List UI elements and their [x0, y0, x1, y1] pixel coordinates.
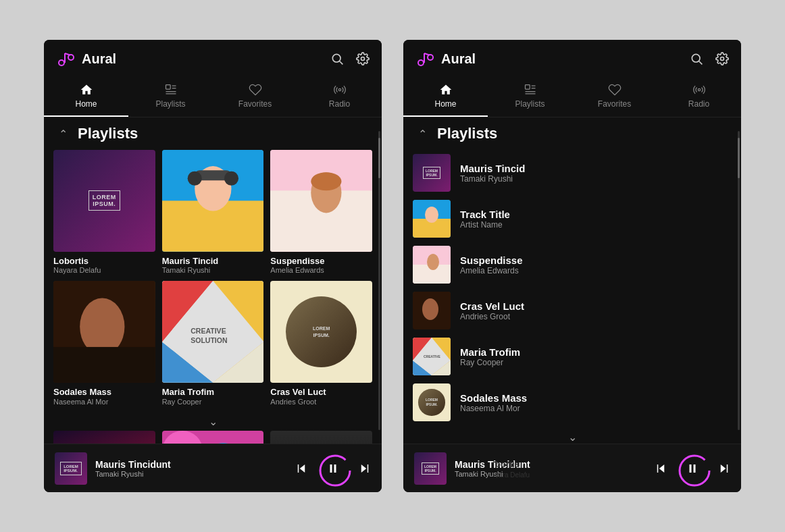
next-button-right[interactable] — [718, 462, 730, 475]
app-logo-right — [415, 49, 434, 68]
next-button[interactable] — [359, 462, 371, 475]
header: Aural — [44, 40, 382, 78]
tab-favorites-label-right: Favorites — [598, 99, 631, 109]
tab-playlists-right[interactable]: Playlists — [488, 78, 572, 117]
list-title-sodales: Sodales Mass — [460, 392, 732, 404]
search-button-right[interactable] — [690, 52, 703, 65]
list-item-sodales-right[interactable]: LOREMIPSUM. Sodales Mass Naseema Al Mor — [403, 379, 741, 425]
list-title-maria: Maria Trofim — [460, 346, 732, 358]
grid-item-suspendisse[interactable]: Suspendisse Amelia Edwards — [270, 150, 372, 274]
section-header: ⌃ Playlists — [53, 124, 372, 143]
list-section-title: Playlists — [437, 125, 497, 142]
tab-radio-label: Radio — [329, 99, 350, 109]
thumb-maria: CREATIVE SOLUTION — [162, 281, 264, 383]
collapse-button[interactable]: ⌃ — [53, 124, 72, 143]
list-item-maria-right[interactable]: CREATIVE Maria Trofim Ray Cooper — [403, 334, 741, 379]
grid-item-dark-portrait[interactable] — [270, 431, 372, 444]
player-bar: LOREMIPSUM. Mauris Tincidunt Tamaki Ryus… — [44, 444, 382, 492]
content-grid: ⌃ Playlists LOREMIPSUM. Lobortis Nayara … — [44, 117, 382, 444]
tab-radio[interactable]: Radio — [297, 78, 382, 117]
tab-home-label-right: Home — [434, 99, 456, 109]
grid-title-mauris: Mauris Tincid — [162, 256, 264, 267]
play-pause-button-right[interactable] — [678, 454, 707, 483]
tab-home[interactable]: Home — [44, 78, 128, 117]
nav-tabs-right: Home Playlists Favorites Radio — [403, 78, 741, 117]
svg-rect-56 — [525, 85, 530, 90]
app-title: Aural — [82, 51, 330, 67]
svg-point-64 — [425, 207, 438, 223]
grid-item-cras[interactable]: LOREMIPSUM. Cras Vel Luct Andries Groot — [270, 281, 372, 405]
svg-point-26 — [80, 298, 124, 355]
list-item-cras-right[interactable]: Cras Vel Luct Andries Groot — [403, 288, 741, 334]
partial-grid: MAGNA — [53, 431, 372, 444]
grid-artist-maria: Ray Cooper — [162, 398, 264, 406]
svg-rect-41 — [298, 464, 299, 473]
player-thumbnail: LOREMIPSUM. — [55, 452, 87, 485]
svg-marker-81 — [721, 464, 726, 473]
tab-playlists[interactable]: Playlists — [128, 78, 213, 117]
header-icons — [330, 52, 370, 65]
grid-item-colorful[interactable] — [162, 431, 264, 444]
list-title-suspendisse: Suspendisse — [460, 255, 732, 266]
player-artist-right: Tamaki Ryushi — [455, 470, 655, 478]
grid-title-sodales: Sodales Mass — [53, 387, 155, 398]
grid-title-lobortis: Lobortis — [53, 256, 155, 267]
tab-home-right[interactable]: Home — [403, 78, 488, 117]
svg-point-78 — [680, 456, 709, 485]
svg-point-8 — [361, 57, 365, 61]
nav-tabs: Home Playlists Favorites Radio — [44, 78, 382, 117]
list-thumb-maria: CREATIVE — [413, 338, 451, 375]
search-button[interactable] — [330, 52, 344, 65]
list-info-maria: Maria Trofim Ray Cooper — [460, 346, 732, 367]
list-artist-mauris: Tamaki Ryushi — [460, 174, 732, 184]
tab-radio-label-right: Radio — [688, 99, 709, 109]
thumb-magna: MAGNA — [53, 431, 155, 444]
tab-radio-right[interactable]: Radio — [657, 78, 741, 117]
svg-marker-76 — [659, 464, 665, 473]
settings-button[interactable] — [356, 52, 370, 65]
svg-rect-27 — [53, 347, 155, 383]
grid-item-mauris[interactable]: Mauris Tincid Tamaki Ryushi — [162, 150, 264, 274]
show-more-button-right[interactable]: ⌄ — [403, 428, 741, 444]
thumb-colorful — [162, 431, 264, 444]
thumb-lobortis: LOREMIPSUM. — [53, 150, 155, 252]
grid-item-sodales[interactable]: Sodales Mass Naseema Al Mor — [53, 281, 155, 405]
player-thumbnail-right: LOREMIPSUM. — [414, 452, 447, 485]
list-item-track[interactable]: Track Title Artist Name — [403, 196, 741, 242]
settings-button-right[interactable] — [715, 52, 729, 65]
list-item-mauris[interactable]: LOREMIPSUM. Mauris Tincid Tamaki Ryushi — [403, 150, 741, 196]
scrollbar[interactable] — [378, 131, 380, 430]
grid-title-suspendisse: Suspendisse — [270, 256, 372, 267]
tab-favorites-right[interactable]: Favorites — [572, 78, 657, 117]
svg-point-14 — [338, 88, 340, 90]
show-more-button[interactable]: ⌄ — [53, 413, 372, 431]
grid-item-lobortis[interactable]: LOREMIPSUM. Lobortis Nayara Delafu — [53, 150, 155, 274]
collapse-button-right[interactable]: ⌃ — [413, 124, 432, 143]
grid-scroll[interactable]: ⌃ Playlists LOREMIPSUM. Lobortis Nayara … — [44, 117, 382, 444]
grid-title-maria: Maria Trofim — [162, 387, 264, 398]
list-artist-maria: Ray Cooper — [460, 358, 732, 367]
svg-rect-24 — [311, 172, 342, 190]
grid-artist-cras: Andries Groot — [270, 398, 372, 406]
grid-item-magna[interactable]: MAGNA — [53, 431, 155, 444]
grid-title-cras: Cras Vel Luct — [270, 387, 372, 398]
thumb-cras: LOREMIPSUM. — [270, 281, 372, 383]
thumb-sodales — [53, 281, 155, 383]
list-title-cras: Cras Vel Luct — [460, 300, 732, 312]
header-icons-right — [690, 52, 729, 65]
prev-button[interactable] — [295, 462, 307, 475]
scrollbar-right[interactable] — [738, 131, 740, 430]
list-item-suspendisse-right[interactable]: Suspendisse Amelia Edwards — [403, 242, 741, 288]
list-scroll[interactable]: ⌃ Playlists LOREMIPSUM. Mauris Tincid Ta… — [403, 117, 741, 444]
grid-artist-sodales: Naseema Al Mor — [53, 398, 155, 406]
player-title-right: Mauris Tincidunt — [455, 459, 655, 470]
svg-point-19 — [187, 171, 201, 186]
tab-favorites[interactable]: Favorites — [213, 78, 297, 117]
list-info-track: Track Title Artist Name — [460, 209, 732, 230]
prev-button-right[interactable] — [655, 462, 667, 475]
app-list-view: Aural Home — [403, 40, 741, 492]
play-pause-button[interactable] — [318, 454, 348, 483]
tab-favorites-label: Favorites — [238, 99, 272, 109]
list-info-mauris: Mauris Tincid Tamaki Ryushi — [460, 163, 732, 184]
grid-item-maria[interactable]: CREATIVE SOLUTION Maria Trofim Ray Coope… — [162, 281, 264, 405]
